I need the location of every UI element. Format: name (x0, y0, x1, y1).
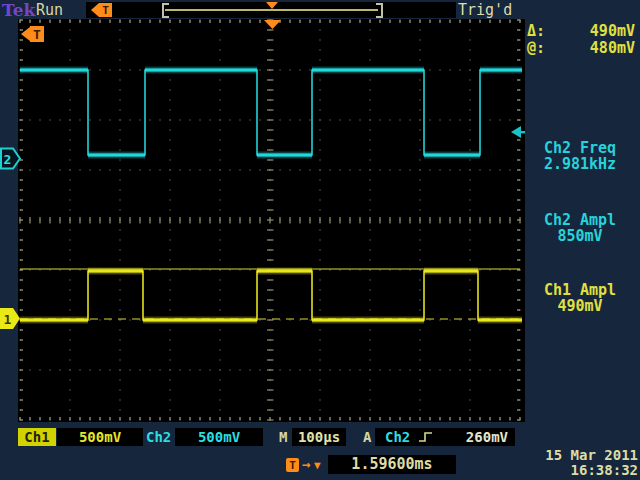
trigger-t-icon: T (286, 458, 299, 472)
trigger-a-label: A (363, 428, 371, 446)
record-view-right-bracket (376, 3, 383, 18)
record-view-bar[interactable] (165, 9, 378, 11)
measurement-ch2-ampl: Ch2 Ampl 850mV (521, 212, 639, 244)
arrow-right-icon: → (302, 456, 310, 472)
date-time: 15 Mar 2011 16:38:32 (518, 448, 638, 478)
delay-trigger-icon: T (286, 458, 299, 472)
time: 16:38:32 (518, 463, 638, 478)
measurement-value: 490mV (521, 298, 639, 314)
measurement-ch1-ampl: Ch1 Ampl 490mV (521, 282, 639, 314)
measurement-value: 850mV (521, 228, 639, 244)
tek-logo: Tek (2, 0, 35, 20)
cursor-at-value: 480mV (590, 40, 635, 57)
waveform-display: T (18, 19, 525, 422)
measurement-label: Ch2 Ampl (521, 212, 639, 228)
record-view-left-bracket (162, 3, 169, 18)
trigger-t-icon: T (99, 3, 112, 17)
trigger-source: Ch2 (385, 428, 410, 446)
cursor-delta-value: 490mV (590, 23, 635, 40)
trigger-t-glyph: T (33, 27, 41, 42)
ch1-position-marker[interactable]: 1 (0, 307, 21, 330)
ch1-marker-label: 1 (4, 312, 12, 327)
cursor-delta-label: Δ: (527, 23, 545, 40)
trigger-level-readout: 260mV (466, 428, 508, 446)
ch2-marker-label: 2 (4, 152, 12, 167)
timebase-label: M (279, 428, 287, 446)
acquisition-status: Run (36, 1, 63, 19)
triangle-down-icon: ▼ (314, 459, 321, 472)
ch2-scale-readout: 500mV (175, 428, 263, 446)
ch1-badge[interactable]: Ch1 (18, 428, 56, 446)
measurement-label: Ch1 Ampl (521, 282, 639, 298)
timebase-readout: 100µs (292, 428, 346, 446)
ch1-scale-readout: 500mV (57, 428, 143, 446)
trigger-status: Trig'd (458, 1, 512, 19)
trigger-offscreen-icon: T (91, 3, 112, 17)
cursor-readout: Δ: 490mV @: 480mV (527, 23, 635, 57)
date: 15 Mar 2011 (518, 448, 638, 463)
arrow-left-icon (91, 3, 99, 17)
record-view-trigger-marker[interactable] (266, 2, 278, 9)
rising-edge-icon (418, 430, 433, 444)
trigger-readout: Ch2 260mV (375, 428, 515, 446)
delay-time-readout: 1.59600ms (328, 455, 456, 474)
ch2-position-marker[interactable]: 2 (0, 147, 21, 170)
ch2-badge[interactable]: Ch2 (146, 428, 171, 446)
cursor-at-label: @: (527, 40, 545, 57)
measurement-ch2-freq: Ch2 Freq 2.981kHz (521, 140, 639, 172)
measurement-label: Ch2 Freq (521, 140, 639, 156)
measurement-value: 2.981kHz (521, 156, 639, 172)
